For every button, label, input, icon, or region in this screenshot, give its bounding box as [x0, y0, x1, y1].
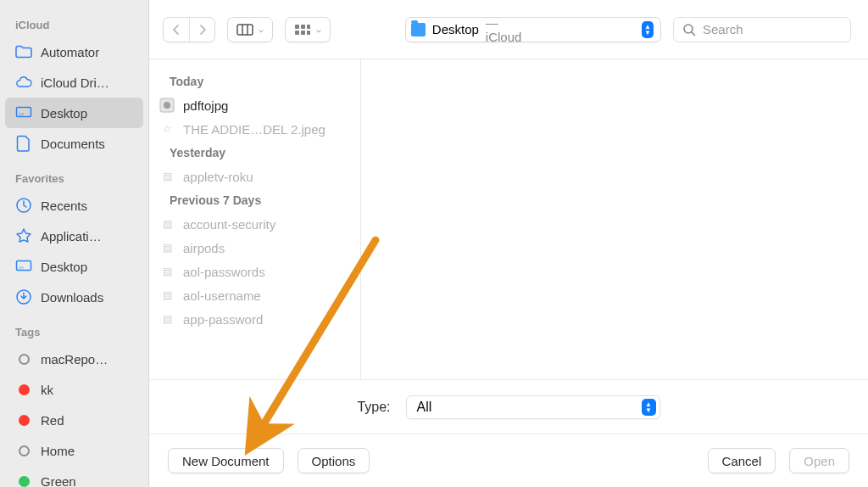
image-icon: ▤	[159, 169, 175, 184]
svg-rect-6	[237, 25, 253, 35]
svg-rect-1	[19, 113, 24, 115]
type-select[interactable]: All ▲▼	[406, 395, 660, 419]
cancel-button[interactable]: Cancel	[708, 448, 776, 473]
svg-rect-12	[307, 31, 310, 35]
file-browser: Today pdftojpg ☆ THE ADDIE…DEL 2.jpeg Ye…	[149, 59, 868, 380]
workflow-icon	[159, 98, 175, 113]
sidebar-item-recents[interactable]: Recents	[0, 190, 148, 221]
file-name: airpods	[183, 241, 225, 255]
forward-button[interactable]	[189, 18, 214, 42]
file-row[interactable]: ▤ app-password	[149, 307, 360, 331]
options-button[interactable]: Options	[298, 448, 370, 473]
sidebar-section-favorites: Favorites	[0, 159, 148, 190]
file-row[interactable]: ▤ airpods	[149, 236, 360, 260]
sidebar-item-label: Red	[41, 413, 140, 428]
updown-chevron-icon: ▲▼	[642, 399, 656, 416]
document-icon	[15, 135, 32, 152]
sidebar-section-icloud: iCloud	[0, 7, 148, 36]
toolbar: ⌵ ⌵ Desktop — iCloud ▲▼	[149, 0, 868, 59]
sidebar-item-icloud-drive[interactable]: iCloud Dri…	[0, 67, 148, 98]
file-row[interactable]: ▤ appletv-roku	[149, 165, 360, 188]
sidebar-item-desktop[interactable]: Desktop	[5, 98, 143, 128]
view-columns-button[interactable]: ⌵	[227, 17, 273, 42]
sidebar-tag-kk[interactable]: kk	[0, 374, 148, 405]
sidebar-item-label: Desktop	[41, 260, 140, 274]
button-bar: New Document Options Cancel Open	[149, 434, 868, 487]
svg-rect-10	[295, 31, 299, 35]
image-icon: ▤	[159, 288, 175, 303]
sidebar-item-downloads[interactable]: Downloads	[0, 282, 148, 312]
image-icon: ▤	[159, 216, 175, 232]
tag-icon	[15, 381, 32, 398]
type-bar: Type: All ▲▼	[149, 380, 868, 434]
tag-icon	[15, 442, 32, 459]
type-label: Type:	[357, 400, 390, 415]
file-name: aol-username	[183, 288, 261, 303]
sidebar-item-label: Home	[41, 444, 140, 458]
sidebar-item-label: iCloud Dri…	[41, 76, 140, 90]
sidebar-item-desktop-fav[interactable]: Desktop	[0, 251, 148, 282]
chevron-down-icon: ⌵	[316, 25, 321, 34]
file-column: Today pdftojpg ☆ THE ADDIE…DEL 2.jpeg Ye…	[149, 59, 361, 379]
file-name: account-security	[183, 217, 275, 232]
sidebar-item-label: Desktop	[41, 106, 135, 120]
updown-chevron-icon: ▲▼	[642, 21, 654, 38]
tag-icon	[15, 473, 32, 487]
main: ⌵ ⌵ Desktop — iCloud ▲▼	[149, 0, 868, 487]
folder-icon	[411, 23, 426, 36]
desktop-icon	[15, 104, 32, 121]
file-name: app-password	[183, 312, 263, 327]
group-yesterday: Yesterday	[149, 141, 360, 165]
sidebar-item-label: Documents	[41, 137, 140, 151]
tag-icon	[15, 350, 32, 367]
file-name: aol-passwords	[183, 265, 265, 279]
file-name: THE ADDIE…DEL 2.jpeg	[183, 122, 326, 137]
file-row[interactable]: ▤ aol-passwords	[149, 260, 360, 283]
image-icon: ☆	[159, 121, 175, 137]
sidebar-section-tags: Tags	[0, 312, 148, 344]
svg-rect-9	[307, 25, 310, 29]
group-today: Today	[149, 70, 360, 93]
svg-rect-8	[301, 25, 305, 29]
sidebar-tag-home[interactable]: Home	[0, 435, 148, 466]
group-by-button[interactable]: ⌵	[285, 17, 331, 42]
sidebar-item-label: Downloads	[41, 290, 140, 305]
grid-group-icon: ⌵	[286, 18, 330, 42]
desktop-icon	[15, 258, 32, 275]
search-field[interactable]	[673, 17, 851, 42]
image-icon: ▤	[159, 311, 175, 327]
folder-icon	[15, 43, 32, 60]
file-row[interactable]: pdftojpg	[149, 93, 360, 117]
file-row[interactable]: ▤ account-security	[149, 212, 360, 236]
type-value: All	[417, 400, 432, 415]
image-icon: ▤	[159, 240, 175, 255]
applications-icon	[15, 227, 32, 244]
new-document-button[interactable]: New Document	[168, 448, 284, 473]
sidebar-item-applications[interactable]: Applicati…	[0, 221, 148, 251]
sidebar-item-automator[interactable]: Automator	[0, 36, 148, 67]
sidebar-item-label: Green	[41, 474, 140, 488]
svg-rect-7	[295, 25, 299, 29]
svg-rect-4	[19, 266, 24, 269]
file-row[interactable]: ▤ aol-username	[149, 283, 360, 307]
location-source: — iCloud	[486, 15, 530, 44]
columns-view-icon: ⌵	[228, 18, 272, 42]
sidebar-tag-green[interactable]: Green	[0, 466, 148, 487]
location-popup[interactable]: Desktop — iCloud ▲▼	[405, 17, 661, 42]
open-button[interactable]: Open	[789, 448, 849, 473]
sidebar-item-label: Automator	[41, 45, 140, 59]
sidebar-item-documents[interactable]: Documents	[0, 128, 148, 159]
tag-icon	[15, 411, 32, 428]
file-row[interactable]: ☆ THE ADDIE…DEL 2.jpeg	[149, 117, 360, 141]
sidebar-item-label: Recents	[41, 199, 140, 213]
sidebar-tag-red[interactable]: Red	[0, 405, 148, 435]
preview-column	[361, 59, 868, 379]
search-input[interactable]	[703, 22, 864, 36]
sidebar-item-label: macRepo…	[41, 352, 140, 367]
nav-back-forward	[163, 17, 215, 42]
back-button[interactable]	[164, 18, 189, 42]
cloud-icon	[15, 74, 32, 91]
search-icon	[682, 23, 696, 36]
image-icon: ▤	[159, 264, 175, 279]
sidebar-tag-macreports[interactable]: macRepo…	[0, 344, 148, 374]
